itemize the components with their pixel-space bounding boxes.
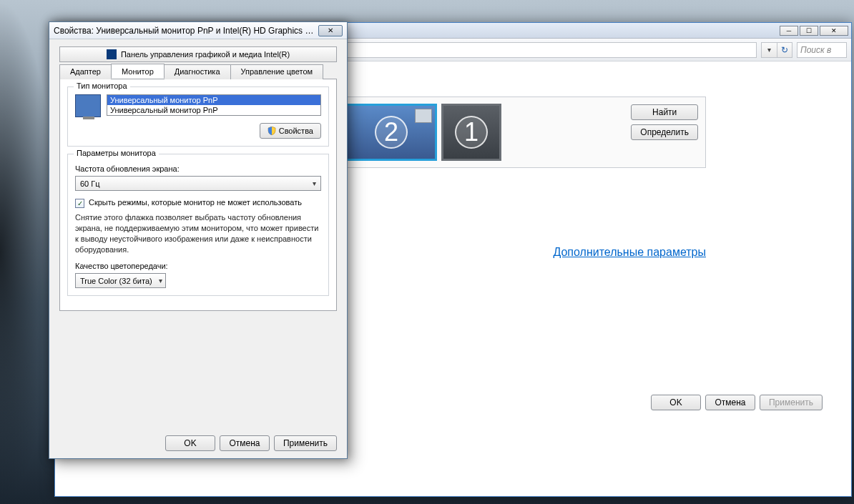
dialog-titlebar[interactable]: Свойства: Универсальный монитор PnP и In… bbox=[49, 22, 347, 39]
color-quality-dropdown[interactable]: True Color (32 бита) bbox=[75, 273, 166, 288]
group-title: Тип монитора bbox=[74, 81, 130, 90]
dialog-close-button[interactable]: ✕ bbox=[318, 25, 343, 36]
properties-button-label: Свойства bbox=[279, 127, 313, 135]
monitor-number-label: 1 bbox=[455, 116, 488, 149]
monitor-list-item[interactable]: Универсальный монитор PnP bbox=[107, 105, 320, 115]
shield-icon bbox=[268, 127, 276, 135]
monitor-number-label: 2 bbox=[375, 116, 408, 149]
apply-button[interactable]: Применить bbox=[274, 435, 337, 451]
hide-modes-hint: Снятие этого флажка позволяет выбрать ча… bbox=[75, 212, 321, 255]
group-title: Параметры монитора bbox=[74, 149, 159, 157]
monitor-2-preview[interactable]: 2 bbox=[345, 104, 437, 161]
ok-button[interactable]: OK bbox=[165, 435, 215, 451]
refresh-button[interactable]: ↻ bbox=[777, 42, 792, 58]
monitor-desktop-icon bbox=[415, 109, 432, 123]
monitor-properties-dialog: Свойства: Универсальный монитор PnP и In… bbox=[49, 21, 348, 459]
intel-icon bbox=[107, 49, 117, 59]
tab-adapter[interactable]: Адаптер bbox=[59, 64, 112, 79]
intel-graphics-button[interactable]: Панель управления графикой и медиа Intel… bbox=[59, 46, 337, 62]
properties-button[interactable]: Свойства bbox=[260, 123, 321, 139]
monitor-icon bbox=[75, 94, 101, 117]
refresh-rate-dropdown[interactable]: 60 Гц bbox=[75, 176, 321, 191]
cancel-button[interactable]: Отмена bbox=[705, 395, 755, 410]
monitor-params-group: Параметры монитора Частота обновления эк… bbox=[67, 154, 329, 296]
cancel-button[interactable]: Отмена bbox=[220, 435, 270, 451]
search-input[interactable]: Поиск в bbox=[797, 42, 847, 58]
color-quality-label: Качество цветопередачи: bbox=[75, 262, 321, 270]
tab-monitor[interactable]: Монитор bbox=[111, 64, 165, 79]
advanced-settings-link[interactable]: Дополнительные параметры bbox=[553, 246, 706, 259]
dialog-button-row: OK Отмена Применить bbox=[49, 428, 347, 458]
tab-color-management[interactable]: Управление цветом bbox=[230, 64, 324, 79]
hide-modes-label: Скрыть режимы, которые монитор не может … bbox=[89, 198, 302, 207]
minimize-button[interactable]: ─ bbox=[780, 26, 798, 36]
monitor-1-preview[interactable]: 1 bbox=[441, 104, 501, 161]
hide-modes-checkbox[interactable]: ✓ bbox=[75, 199, 84, 208]
apply-button[interactable]: Применить bbox=[760, 395, 823, 410]
find-button[interactable]: Найти bbox=[631, 104, 698, 120]
breadcrumb-dropdown[interactable]: ▾ bbox=[761, 42, 777, 58]
monitor-list-item[interactable]: Универсальный монитор PnP bbox=[107, 95, 320, 105]
tabs: Адаптер Монитор Диагностика Управление ц… bbox=[59, 64, 337, 79]
refresh-rate-label: Частота обновления экрана: bbox=[75, 164, 321, 173]
monitor-list[interactable]: Универсальный монитор PnP Универсальный … bbox=[107, 94, 321, 116]
maximize-button[interactable]: ☐ bbox=[800, 26, 818, 36]
intel-graphics-label: Панель управления графикой и медиа Intel… bbox=[121, 50, 290, 59]
dialog-title: Свойства: Универсальный монитор PnP и In… bbox=[54, 26, 318, 36]
tab-diagnostics[interactable]: Диагностика bbox=[164, 64, 231, 79]
tab-panel-monitor: Тип монитора Универсальный монитор PnP У… bbox=[59, 79, 337, 311]
close-button[interactable]: ✕ bbox=[820, 26, 848, 36]
monitor-type-group: Тип монитора Универсальный монитор PnP У… bbox=[67, 87, 329, 147]
detect-button[interactable]: Определить bbox=[631, 124, 698, 140]
ok-button[interactable]: OK bbox=[651, 395, 701, 410]
